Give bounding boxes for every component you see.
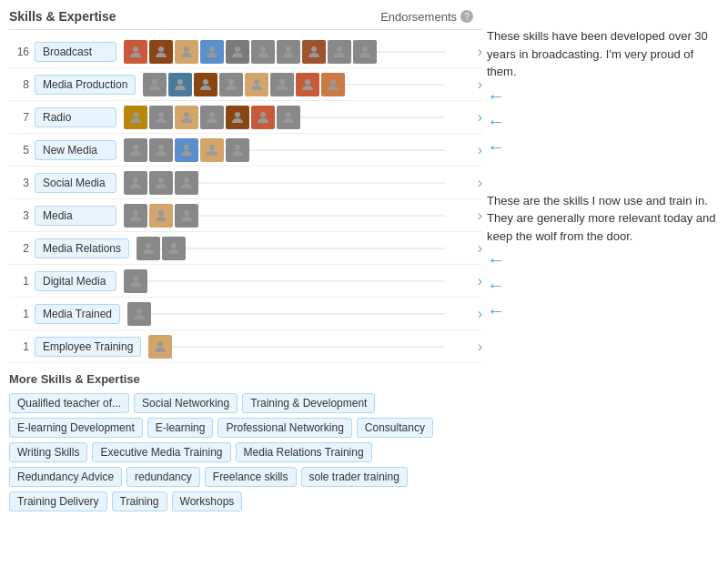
svg-point-12	[203, 79, 208, 85]
skill-bar-area	[136, 237, 472, 260]
avatar[interactable]	[296, 73, 319, 96]
skill-pill[interactable]: Training Delivery	[9, 491, 107, 511]
skill-count: 16	[9, 46, 29, 58]
avatar[interactable]	[251, 106, 275, 129]
svg-point-19	[158, 112, 164, 117]
skill-tags-container: Qualified teacher of...Social Networking…	[9, 393, 473, 511]
avatar[interactable]	[162, 237, 186, 260]
avatar[interactable]	[175, 171, 198, 195]
skill-tag[interactable]: Broadcast	[35, 42, 116, 62]
skill-pill[interactable]: Freelance skills	[205, 467, 297, 487]
skill-pill[interactable]: Consultancy	[357, 418, 433, 438]
avatar[interactable]	[175, 40, 198, 64]
avatar[interactable]	[149, 138, 173, 162]
skill-pill[interactable]: redundancy	[126, 467, 200, 487]
arrow-icon-3: ←	[487, 137, 505, 156]
avatar[interactable]	[245, 73, 268, 96]
avatar[interactable]	[194, 73, 217, 96]
avatar[interactable]	[149, 171, 173, 195]
skill-pill[interactable]: Redundancy Advice	[9, 467, 122, 487]
svg-point-36	[146, 243, 151, 248]
skill-pill[interactable]: Executive Media Training	[92, 442, 230, 462]
main-container: Skills & Expertise Endorsements ? 16Broa…	[0, 0, 728, 521]
svg-point-25	[133, 145, 138, 150]
svg-point-2	[184, 46, 189, 52]
avatar[interactable]	[321, 73, 345, 96]
skill-tag[interactable]: Media	[35, 206, 116, 226]
avatar[interactable]	[277, 40, 300, 64]
avatar[interactable]	[124, 106, 147, 129]
svg-point-9	[362, 46, 368, 52]
avatar[interactable]	[124, 138, 147, 162]
endorser-avatars	[124, 106, 300, 129]
avatar[interactable]	[148, 335, 172, 359]
skill-bar-area	[148, 335, 471, 359]
skill-tag[interactable]: Radio	[35, 107, 116, 127]
skill-pill[interactable]: Training	[112, 491, 167, 511]
endorser-avatars	[124, 138, 249, 162]
skill-pill[interactable]: Qualified teacher of...	[9, 393, 129, 413]
skill-pill[interactable]: Media Relations Training	[236, 442, 372, 462]
svg-point-24	[286, 112, 291, 117]
avatar[interactable]	[200, 138, 224, 162]
avatar[interactable]	[175, 138, 198, 162]
avatar[interactable]	[175, 106, 198, 129]
skill-pill[interactable]: E-learning	[147, 418, 214, 438]
skill-tag[interactable]: New Media	[35, 140, 116, 160]
skill-pill[interactable]: Social Networking	[134, 393, 238, 413]
help-icon[interactable]: ?	[460, 10, 473, 23]
skill-pill[interactable]: Workshops	[172, 491, 243, 511]
skill-row: 3Media ›	[9, 199, 482, 232]
avatar[interactable]	[124, 204, 147, 228]
avatar[interactable]	[136, 237, 160, 260]
avatar[interactable]	[219, 73, 243, 96]
avatar[interactable]	[270, 73, 294, 96]
svg-point-20	[184, 112, 189, 117]
skill-tag[interactable]: Media Trained	[35, 304, 120, 324]
skill-row: 8Media Production ›	[9, 68, 482, 101]
avatar[interactable]	[175, 204, 198, 228]
skill-pill[interactable]: Writing Skills	[9, 442, 87, 462]
svg-point-23	[260, 112, 266, 117]
avatar[interactable]	[302, 40, 326, 64]
skill-tag[interactable]: Employee Training	[35, 337, 141, 357]
avatar[interactable]	[127, 302, 151, 326]
avatar[interactable]	[200, 106, 224, 129]
avatar[interactable]	[353, 40, 377, 64]
skill-row: 7Radio ›	[9, 101, 482, 134]
avatar[interactable]	[143, 73, 167, 96]
avatar[interactable]	[251, 40, 275, 64]
avatar[interactable]	[124, 269, 147, 293]
avatar[interactable]	[328, 40, 351, 64]
skill-pill[interactable]: Training & Development	[242, 393, 375, 413]
avatar[interactable]	[124, 171, 147, 195]
arrow-icon-1: ←	[487, 86, 505, 105]
avatar[interactable]	[226, 138, 249, 162]
arrow-row-5: ←	[487, 276, 719, 294]
skill-pill[interactable]: sole trader training	[301, 467, 408, 487]
endorser-avatars	[136, 237, 186, 260]
svg-point-17	[330, 79, 336, 85]
svg-point-28	[209, 145, 215, 150]
avatar[interactable]	[226, 106, 249, 129]
avatar[interactable]	[149, 106, 173, 129]
skill-tag[interactable]: Media Relations	[35, 238, 129, 258]
svg-point-0	[133, 46, 138, 52]
avatar[interactable]	[168, 73, 192, 96]
second-annotation-box: These are the skills I now use and train…	[487, 183, 719, 320]
avatar[interactable]	[277, 106, 300, 129]
avatar[interactable]	[124, 40, 147, 64]
avatar[interactable]	[149, 40, 173, 64]
skill-tag[interactable]: Digital Media	[35, 271, 116, 291]
skill-pill[interactable]: E-learning Development	[9, 418, 143, 438]
avatar[interactable]	[149, 204, 173, 228]
svg-point-13	[228, 79, 234, 85]
avatar[interactable]	[226, 40, 249, 64]
avatar[interactable]	[200, 40, 224, 64]
svg-point-16	[305, 79, 310, 85]
svg-point-6	[286, 46, 291, 52]
skill-tag[interactable]: Social Media	[35, 173, 116, 193]
skill-tag[interactable]: Media Production	[35, 75, 136, 95]
svg-point-18	[133, 112, 138, 117]
skill-pill[interactable]: Professional Networking	[217, 418, 351, 438]
